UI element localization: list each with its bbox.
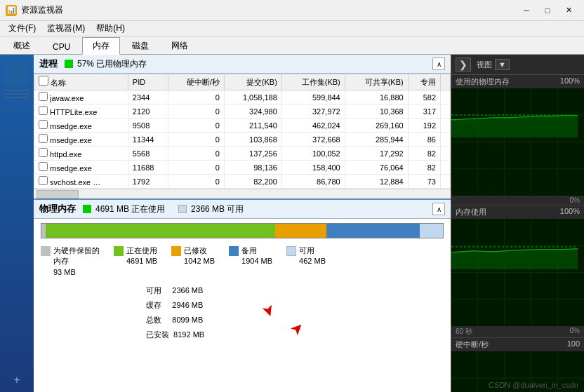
select-all-checkbox[interactable] (39, 76, 48, 86)
menu-monitor[interactable]: 监视器(M) (41, 21, 91, 36)
close-button[interactable]: ✕ (559, 3, 578, 18)
cell-pid: 5568 (128, 147, 168, 161)
cell-commit: 324,980 (224, 104, 281, 119)
memory-available-dot (178, 205, 187, 213)
row-checkbox[interactable] (39, 134, 48, 143)
legend-color-free (286, 246, 296, 256)
right-panel-nav-btn[interactable]: ❯ (456, 58, 471, 72)
table-row: javaw.exe 2344 0 1,058,188 599,844 16,88… (34, 90, 451, 104)
right-panel-dropdown-btn[interactable]: ▼ (495, 59, 510, 70)
row-checkbox[interactable] (39, 92, 48, 101)
col-shareable[interactable]: 可共享(KB) (345, 74, 408, 90)
col-private[interactable]: 专用 (408, 74, 440, 90)
arrow-indicator-2: ➤ (258, 302, 280, 320)
memory-title: 物理内存 (39, 203, 76, 215)
process-table-container[interactable]: 名称 PID 硬中断/秒 提交(KB) 工作集(KB) 可共享(KB) 专用 j… (34, 74, 451, 189)
tab-network[interactable]: 网络 (161, 37, 199, 54)
tab-memory[interactable]: 内存 (82, 37, 120, 55)
graph-memuse-footer: 60 秒 0% (451, 326, 584, 337)
process-collapse-btn[interactable]: ∧ (432, 58, 445, 70)
stat-installed: 已安装 8192 MB (146, 327, 204, 342)
cell-commit: 98,136 (224, 161, 281, 175)
process-section: 进程 57% 已用物理内存 ∧ 名称 PID 硬中断/秒 提交(KB) (34, 55, 451, 198)
menu-file[interactable]: 文件(F) (3, 21, 41, 36)
cell-commit: 137,256 (224, 147, 281, 161)
col-pid[interactable]: PID (128, 74, 168, 90)
cell-commit: 103,868 (224, 133, 281, 147)
cell-commit: 82,200 (224, 175, 281, 189)
graph-hf-header: 硬中断/秒 100 (451, 338, 584, 351)
memory-section-header[interactable]: 物理内存 4691 MB 正在使用 2366 MB 可用 ∧ (34, 200, 451, 219)
legend-standby: 备用1904 MB (229, 245, 272, 278)
menu-bar: 文件(F) 监视器(M) 帮助(H) (0, 21, 584, 36)
cell-hard-faults: 0 (168, 175, 224, 189)
row-checkbox[interactable] (39, 162, 48, 171)
tab-disk[interactable]: 磁盘 (121, 37, 159, 54)
memory-bar-container (34, 219, 451, 243)
memory-section: 物理内存 4691 MB 正在使用 2366 MB 可用 ∧ (34, 198, 451, 345)
cell-private: 82 (408, 161, 440, 175)
memory-status-dot (83, 205, 91, 213)
legend-color-hardware (41, 246, 51, 256)
process-title: 进程 (39, 58, 58, 70)
memory-bar (41, 223, 444, 238)
cell-shareable: 285,944 (345, 133, 408, 147)
cell-hard-faults: 0 (168, 119, 224, 133)
col-commit[interactable]: 提交(KB) (224, 74, 281, 90)
graph-memuse-canvas (451, 219, 584, 326)
graph-physical-svg (451, 88, 584, 196)
graph-hf-label: 硬中断/秒 (456, 339, 489, 350)
cell-shareable: 16,880 (345, 90, 408, 104)
maximize-button[interactable]: □ (538, 3, 557, 18)
tab-cpu[interactable]: CPU (42, 39, 81, 54)
tab-bar: 概述 CPU 内存 磁盘 网络 (0, 36, 584, 55)
cell-name: javaw.exe (34, 90, 128, 104)
menu-help[interactable]: 帮助(H) (91, 21, 131, 36)
graph-hf-canvas (451, 351, 584, 392)
cell-name: msedge.exe (34, 161, 128, 175)
row-checkbox[interactable] (39, 120, 48, 129)
cell-name: svchost.exe … (34, 175, 128, 189)
cell-shareable: 17,292 (345, 147, 408, 161)
cell-hard-faults: 0 (168, 133, 224, 147)
legend-text-hardware: 为硬件保留的内存93 MB (53, 245, 100, 278)
graph-physical-percent: 100% (560, 76, 580, 87)
tab-overview[interactable]: 概述 (3, 37, 41, 54)
sidebar-add-button[interactable]: + (13, 374, 20, 386)
process-section-header[interactable]: 进程 57% 已用物理内存 ∧ (34, 55, 451, 74)
minimize-button[interactable]: ─ (517, 3, 536, 18)
col-hard-faults[interactable]: 硬中断/秒 (168, 74, 224, 90)
row-checkbox[interactable] (39, 148, 48, 157)
memory-collapse-btn[interactable]: ∧ (432, 203, 445, 215)
legend-text-inuse: 正在使用4691 MB (126, 245, 157, 267)
table-row: svchost.exe … 1792 0 82,200 86,780 12,88… (34, 175, 451, 189)
graph-hf-svg (451, 351, 584, 392)
graph-hf-percent: 100 (567, 339, 580, 350)
cell-name: httpd.exe (34, 147, 128, 161)
cell-pid: 9508 (128, 119, 168, 133)
cell-working-set: 86,780 (281, 175, 345, 189)
legend-free: 可用462 MB (286, 245, 326, 278)
row-checkbox[interactable] (39, 176, 48, 185)
table-row: httpd.exe 5568 0 137,256 100,052 17,292 … (34, 147, 451, 161)
col-working-set[interactable]: 工作集(KB) (281, 74, 345, 90)
cell-working-set: 327,972 (281, 104, 345, 119)
cell-spacer (441, 147, 451, 161)
row-checkbox[interactable] (39, 106, 48, 115)
graph-physical-label: 使用的物理内存 (456, 76, 510, 87)
cell-private: 192 (408, 119, 440, 133)
graph-memory-usage: 内存使用 100% (451, 205, 584, 338)
legend-text-standby: 备用1904 MB (241, 245, 272, 267)
svg-marker-16 (451, 249, 578, 269)
cell-working-set: 100,052 (281, 147, 345, 161)
horizontal-scrollbar[interactable] (34, 189, 451, 198)
process-status-dot (65, 60, 73, 68)
cell-shareable: 269,160 (345, 119, 408, 133)
legend-modified: 已修改1042 MB (171, 245, 215, 278)
cell-spacer (441, 90, 451, 104)
graph-memuse-svg (451, 219, 584, 326)
graph-physical-header: 使用的物理内存 100% (451, 75, 584, 88)
col-name[interactable]: 名称 (34, 74, 128, 90)
cell-pid: 1792 (128, 175, 168, 189)
cell-private: 73 (408, 175, 440, 189)
